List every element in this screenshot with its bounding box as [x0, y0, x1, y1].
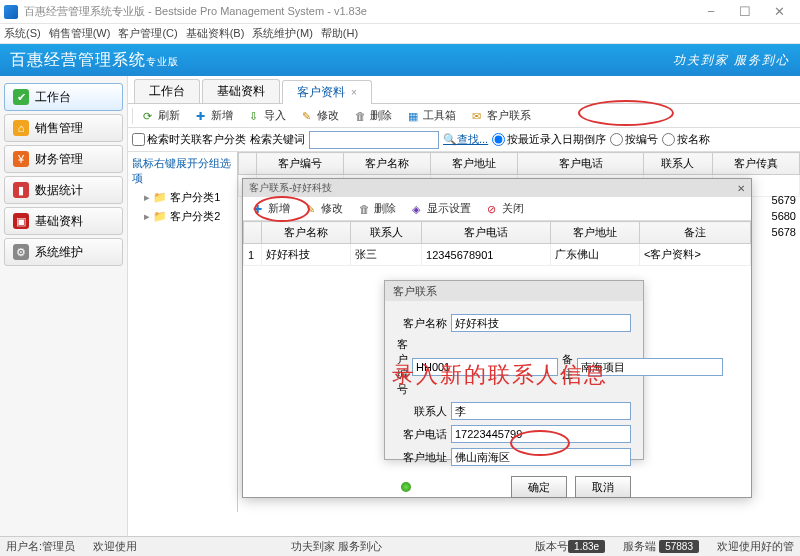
nav-finance[interactable]: ¥财务管理 [4, 145, 123, 173]
contacts-grid: 客户名称联系人 客户电话客户地址 备注 1好好科技 张三12345678901 … [243, 221, 751, 266]
tail-numbers: 567956805678 [772, 192, 796, 240]
pencil-icon: ✎ [302, 110, 314, 122]
menu-bar: 系统(S) 销售管理(W) 客户管理(C) 基础资料(B) 系统维护(M) 帮助… [0, 24, 800, 44]
banner-title: 百惠经营管理系统专业版 [10, 50, 179, 71]
sidebar: ✔工作台 ⌂销售管理 ¥财务管理 ▮数据统计 ▣基础资料 ⚙系统维护 [0, 76, 128, 540]
note-input[interactable] [577, 358, 723, 376]
check-icon: ✔ [13, 89, 29, 105]
nav-sales[interactable]: ⌂销售管理 [4, 114, 123, 142]
display-icon: ◈ [412, 203, 424, 215]
nav-stats[interactable]: ▮数据统计 [4, 176, 123, 204]
nav-label: 财务管理 [35, 151, 83, 168]
title-bar: 百惠经营管理系统专业版 - Bestside Pro Management Sy… [0, 0, 800, 24]
menu-sales[interactable]: 销售管理(W) [49, 26, 111, 41]
contacts-button[interactable]: ✉客户联系 [466, 107, 537, 124]
status-user: 用户名:管理员 [6, 539, 75, 554]
nav-label: 系统维护 [35, 244, 83, 261]
addr-input[interactable] [451, 448, 631, 466]
menu-help[interactable]: 帮助(H) [321, 26, 358, 41]
tab-basic[interactable]: 基础资料 [202, 79, 280, 103]
dialog-title: 客户联系 [385, 281, 643, 301]
minimize-button[interactable]: − [694, 1, 728, 23]
name-input[interactable] [451, 314, 631, 332]
nav-label: 工作台 [35, 89, 71, 106]
tel-input[interactable] [451, 425, 631, 443]
sub-close-button[interactable]: ⊘关闭 [481, 200, 530, 217]
link-category-checkbox[interactable]: 检索时关联客户分类 [132, 132, 246, 147]
cancel-button[interactable]: 取消 [575, 476, 631, 498]
book-icon: ▣ [13, 213, 29, 229]
keyword-input[interactable] [309, 131, 439, 149]
menu-basic[interactable]: 基础资料(B) [186, 26, 245, 41]
tree-node[interactable]: 📁 客户分类2 [130, 207, 235, 226]
find-button[interactable]: 🔍查找... [443, 132, 488, 147]
add-button[interactable]: ✚新增 [190, 107, 239, 124]
refresh-button[interactable]: ⟳刷新 [137, 107, 186, 124]
banner: 百惠经营管理系统专业版 功夫到家 服务到心 [0, 44, 800, 76]
subwindow-toolbar: ✚新增 ✎修改 🗑删除 ◈显示设置 ⊘关闭 [243, 197, 751, 221]
table-row[interactable]: 1好好科技 张三12345678901 广东佛山<客户资料> [244, 244, 751, 266]
sub-display-button[interactable]: ◈显示设置 [406, 200, 477, 217]
category-tree: 鼠标右键展开分组选项 📁 客户分类1 📁 客户分类2 [128, 152, 238, 512]
contact-icon: ✉ [472, 110, 484, 122]
toolbox-icon: ▦ [408, 110, 420, 122]
menu-customer[interactable]: 客户管理(C) [118, 26, 177, 41]
subwindow-titlebar: 客户联系-好好科技 ✕ [243, 179, 751, 197]
tel-label: 客户电话 [397, 427, 447, 442]
sub-delete-button[interactable]: 🗑删除 [353, 200, 402, 217]
chart-icon: ▮ [13, 182, 29, 198]
close-tab-icon[interactable]: × [351, 87, 357, 98]
nav-basic[interactable]: ▣基础资料 [4, 207, 123, 235]
sub-add-button[interactable]: ✚新增 [247, 200, 296, 217]
code-input[interactable] [412, 358, 558, 376]
keyword-label: 检索关键词 [250, 132, 305, 147]
status-version: 版本号1.83e [535, 539, 605, 554]
contact-input[interactable] [451, 402, 631, 420]
close-button[interactable]: ✕ [762, 1, 796, 23]
status-service: 服务端 57883 [623, 539, 699, 554]
sort-recent-radio[interactable]: 按最近录入日期倒序 [492, 132, 606, 147]
nav-label: 销售管理 [35, 120, 83, 137]
plus-icon: ✚ [196, 110, 208, 122]
tree-node[interactable]: 📁 客户分类1 [130, 188, 235, 207]
grid-header: 客户编号客户名称 客户地址客户电话 联系人客户传真 [239, 153, 800, 175]
sort-name-radio[interactable]: 按名称 [662, 132, 710, 147]
import-button[interactable]: ⇩导入 [243, 107, 292, 124]
name-label: 客户名称 [397, 316, 447, 331]
toolbar: ⟳刷新 ✚新增 ⇩导入 ✎修改 🗑删除 ▦工具箱 ✉客户联系 [128, 104, 800, 128]
pencil-icon: ✎ [306, 203, 318, 215]
code-label: 客户编号 [397, 337, 408, 397]
grid-header: 客户名称联系人 客户电话客户地址 备注 [244, 222, 751, 244]
contact-entry-dialog: 客户联系 客户名称 客户编号备注 联系人 客户电话 客户地址 确定 取消 [384, 280, 644, 460]
folder-icon: 📁 [153, 210, 167, 222]
nav-label: 数据统计 [35, 182, 83, 199]
ok-button[interactable]: 确定 [511, 476, 567, 498]
gear-icon: ⚙ [13, 244, 29, 260]
tree-hint: 鼠标右键展开分组选项 [130, 154, 235, 188]
nav-workspace[interactable]: ✔工作台 [4, 83, 123, 111]
status-led-icon [401, 482, 411, 492]
trash-icon: 🗑 [359, 203, 371, 215]
delete-button[interactable]: 🗑删除 [349, 107, 398, 124]
wallet-icon: ¥ [13, 151, 29, 167]
plus-icon: ✚ [253, 203, 265, 215]
menu-system[interactable]: 系统(S) [4, 26, 41, 41]
toolbox-button[interactable]: ▦工具箱 [402, 107, 462, 124]
tabs: 工作台 基础资料 客户资料× [128, 76, 800, 104]
maximize-button[interactable]: ☐ [728, 1, 762, 23]
nav-maintain[interactable]: ⚙系统维护 [4, 238, 123, 266]
search-row: 检索时关联客户分类 检索关键词 🔍查找... 按最近录入日期倒序 按编号 按名称 [128, 128, 800, 152]
trash-icon: 🗑 [355, 110, 367, 122]
subwindow-close-button[interactable]: ✕ [737, 183, 745, 194]
status-welcome: 欢迎使用 [93, 539, 137, 554]
sort-code-radio[interactable]: 按编号 [610, 132, 658, 147]
import-icon: ⇩ [249, 110, 261, 122]
sub-edit-button[interactable]: ✎修改 [300, 200, 349, 217]
status-slogan: 功夫到家 服务到心 [155, 539, 517, 554]
tab-workspace[interactable]: 工作台 [134, 79, 200, 103]
note-label: 备注 [562, 352, 573, 382]
tab-customer[interactable]: 客户资料× [282, 80, 372, 104]
edit-button[interactable]: ✎修改 [296, 107, 345, 124]
nav-label: 基础资料 [35, 213, 83, 230]
menu-maintain[interactable]: 系统维护(M) [252, 26, 313, 41]
